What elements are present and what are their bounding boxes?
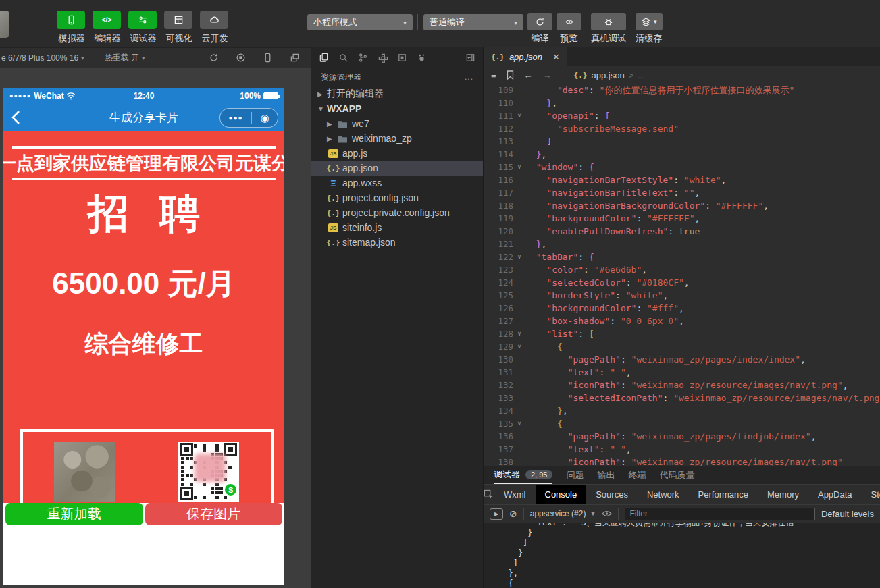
devtools-tab-storage[interactable]: Storage — [862, 485, 880, 504]
code-line-124[interactable]: 124 "selectedColor": "#0180CF", — [484, 276, 880, 289]
devtools-tab-memory[interactable]: Memory — [758, 485, 808, 504]
clear-cache-button[interactable]: ▾清缓存 — [636, 13, 663, 45]
code-line-121[interactable]: 121 }, — [484, 238, 880, 250]
code-line-113[interactable]: 113 ] — [484, 135, 880, 148]
fold-arrow-icon[interactable]: ∨ — [513, 327, 525, 340]
save-image-button[interactable]: 保存图片 — [145, 503, 283, 525]
code-line-132[interactable]: 132 "iconPath": "weixinmao_zp/resource/i… — [484, 379, 880, 392]
code-line-126[interactable]: 126 "backgroundColor": "#fff", — [484, 302, 880, 315]
nav-forward-icon[interactable]: → — [543, 70, 552, 80]
code-line-136[interactable]: 136 "pagePath": "weixinmao_zp/pages/find… — [484, 430, 880, 443]
remote-debug-button[interactable]: 真机调试 — [591, 13, 626, 45]
code-line-123[interactable]: 123 "color": "#6e6d6b", — [484, 263, 880, 276]
code-line-122[interactable]: 122∨ "tabBar": { — [484, 250, 880, 263]
outline-list-icon[interactable]: ≡ — [491, 70, 496, 80]
console-context-icon[interactable]: ▶ — [490, 508, 503, 520]
component-icon[interactable] — [397, 53, 407, 63]
close-icon[interactable]: ✕ — [552, 52, 560, 62]
code-line-127[interactable]: 127 "box-shadow": "0 0 6px 0", — [484, 315, 880, 327]
code-line-125[interactable]: 125 "borderStyle": "white", — [484, 289, 880, 302]
file-item-project-config-json[interactable]: {.}project.config.json — [311, 190, 483, 205]
reload-button[interactable]: 重新加载 — [5, 503, 143, 525]
hot-reload-toggle[interactable]: 热重载 开 ▾ — [105, 52, 145, 63]
eye-icon[interactable] — [602, 510, 612, 518]
extensions-icon[interactable] — [378, 53, 388, 63]
back-icon[interactable] — [11, 110, 20, 125]
mode-dropdown[interactable]: 小程序模式 ▾ — [307, 14, 413, 30]
code-line-116[interactable]: 116 "navigationBarTextStyle": "white", — [484, 173, 880, 186]
code-line-112[interactable]: 112 "subscribeMessage.send" — [484, 122, 880, 135]
rotate-icon[interactable] — [209, 53, 219, 63]
search-icon[interactable] — [338, 53, 348, 63]
project-avatar[interactable] — [0, 11, 9, 38]
code-line-111[interactable]: 111∨ "openapi": [ — [484, 109, 880, 122]
debugger-toggle-button[interactable]: 调试器 — [128, 11, 158, 45]
ink-icon[interactable] — [417, 53, 427, 63]
clear-console-icon[interactable]: ⊘ — [509, 508, 517, 519]
windows-icon[interactable] — [290, 53, 300, 63]
default-levels-dropdown[interactable]: Default levels — [821, 509, 874, 519]
context-selector[interactable]: appservice (#2) ▼ — [530, 509, 596, 518]
cloud-dev-toggle-button[interactable]: 云开发 — [200, 11, 230, 45]
code-line-114[interactable]: 114 }, — [484, 148, 880, 161]
code-line-115[interactable]: 115∨ "window": { — [484, 161, 880, 173]
breadcrumb[interactable]: {.} app.json > ... — [574, 70, 645, 80]
code-line-128[interactable]: 128∨ "list": [ — [484, 327, 880, 340]
console-output[interactable]: "text": " 5、当天应聘人员需带齐行李物品+身份证件，当天安排住宿 " … — [484, 523, 880, 588]
panel-tab-1[interactable]: 问题 — [566, 466, 584, 484]
panel-tab-2[interactable]: 输出 — [597, 466, 615, 484]
file-item-weixinmao_zp[interactable]: ▶weixinmao_zp — [311, 131, 483, 146]
capsule-menu[interactable]: ●●● ◉ — [219, 108, 278, 128]
code-line-131[interactable]: 131 "text": " ", — [484, 366, 880, 379]
devtools-tab-performance[interactable]: Performance — [689, 485, 758, 504]
fold-arrow-icon[interactable]: ∨ — [513, 417, 525, 430]
code-line-138[interactable]: 138 "iconPath": "weixinmao_zp/resource/i… — [484, 456, 880, 466]
tab-app-json[interactable]: {.} app.json ✕ — [484, 47, 567, 66]
dock-left-icon[interactable] — [465, 53, 475, 63]
nav-back-icon[interactable]: ← — [524, 70, 533, 80]
code-line-134[interactable]: 134 }, — [484, 404, 880, 417]
devtools-tab-sources[interactable]: Sources — [586, 485, 638, 504]
panel-tab-4[interactable]: 代码质量 — [659, 466, 694, 484]
fold-arrow-icon[interactable]: ∨ — [513, 340, 525, 353]
tree-section-wxapp[interactable]: ▼WXAPP — [311, 101, 483, 116]
file-item-app-wxss[interactable]: Ξapp.wxss — [311, 176, 483, 190]
devtools-tab-wxml[interactable]: Wxml — [494, 485, 536, 504]
code-line-117[interactable]: 117 "navigationBarTitleText": "", — [484, 186, 880, 199]
git-branch-icon[interactable] — [358, 53, 368, 63]
code-line-118[interactable]: 118 "navigationBarBackgroundColor": "#FF… — [484, 199, 880, 212]
code-line-130[interactable]: 130 "pagePath": "weixinmao_zp/pages/inde… — [484, 353, 880, 366]
code-line-129[interactable]: 129∨ { — [484, 340, 880, 353]
device-selector[interactable]: e 6/7/8 Plus 100% 16 ▾ — [1, 53, 84, 63]
compile-mode-dropdown[interactable]: 普通编译 ▾ — [423, 14, 523, 30]
code-line-119[interactable]: 119 "backgroundColor": "#FFFFFF", — [484, 212, 880, 225]
more-dots-icon[interactable]: ●●● — [228, 114, 242, 122]
explorer-more-icon[interactable]: ... — [465, 72, 473, 82]
code-line-137[interactable]: 137 "text": " ", — [484, 443, 880, 456]
files-icon[interactable] — [319, 53, 329, 63]
compile-button[interactable]: 编译 — [527, 13, 552, 45]
devtools-tab-appdata[interactable]: AppData — [808, 485, 862, 504]
visualization-toggle-button[interactable]: 可视化 — [164, 11, 194, 45]
devtools-tab-network[interactable]: Network — [638, 485, 689, 504]
tree-section-open-editors[interactable]: ▶打开的编辑器 — [311, 86, 483, 101]
panel-tab-debugger[interactable]: 调试器2, 95 — [494, 466, 552, 484]
code-line-133[interactable]: 133 "selectedIconPath": "weixinmao_zp/re… — [484, 392, 880, 404]
panel-tab-3[interactable]: 终端 — [628, 466, 646, 484]
file-item-project-private-config-json[interactable]: {.}project.private.config.json — [311, 205, 483, 220]
fold-arrow-icon[interactable]: ∨ — [513, 109, 525, 122]
code-line-110[interactable]: 110 }, — [484, 97, 880, 109]
device-icon[interactable] — [263, 53, 273, 63]
code-line-109[interactable]: 109 "desc": "你的位置信息将用于小程序位置接口的效果展示" — [484, 84, 880, 97]
file-item-sitemap-json[interactable]: {.}sitemap.json — [311, 235, 483, 250]
file-item-app-js[interactable]: JSapp.js — [311, 146, 483, 161]
file-item-siteinfo-js[interactable]: JSsiteinfo.js — [311, 220, 483, 235]
mini-program-qr-code[interactable]: S — [178, 442, 239, 502]
simulator-toggle-button[interactable]: 模拟器 — [57, 11, 86, 45]
code-line-135[interactable]: 135∨ { — [484, 417, 880, 430]
record-icon[interactable] — [236, 53, 246, 63]
file-item-we7[interactable]: ▶we7 — [311, 116, 483, 131]
code-line-120[interactable]: 120 "enablePullDownRefresh": true — [484, 225, 880, 238]
code-area[interactable]: 109 "desc": "你的位置信息将用于小程序位置接口的效果展示"110 }… — [484, 84, 880, 466]
preview-button[interactable]: 预览 — [557, 13, 581, 45]
